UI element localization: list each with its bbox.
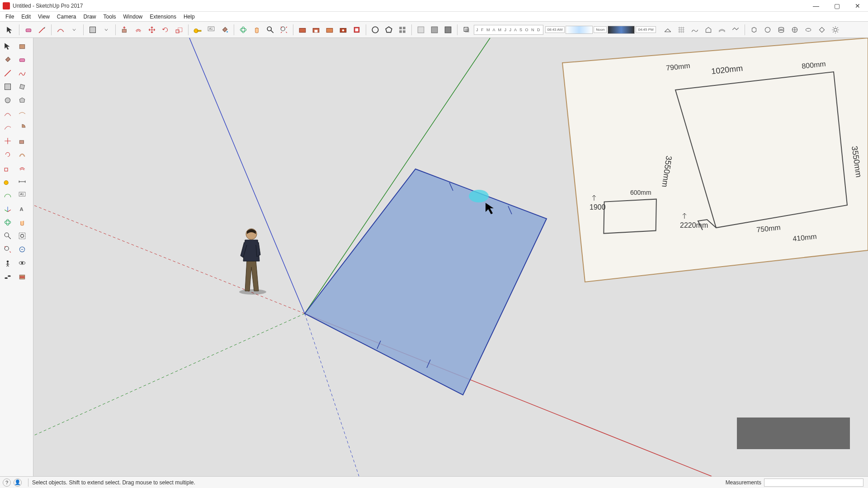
maximize-button[interactable]: ▢ — [826, 0, 847, 12]
eraser-icon[interactable] — [22, 23, 35, 36]
zoom-extents-icon[interactable] — [1, 243, 14, 256]
shadow-toggle-icon[interactable] — [460, 23, 473, 36]
close-button[interactable]: ✕ — [847, 0, 868, 12]
pushpull-icon[interactable] — [118, 23, 131, 36]
line-icon[interactable] — [1, 67, 14, 80]
tape-measure-icon[interactable] — [191, 23, 204, 36]
user-icon[interactable]: 👤 — [14, 479, 22, 487]
previous-icon[interactable] — [15, 243, 29, 256]
shape-dropdown-icon[interactable] — [100, 23, 113, 36]
section-plane-icon[interactable] — [15, 270, 29, 283]
sandbox-2-icon[interactable] — [675, 23, 688, 36]
month-strip[interactable]: J F M A M J J A S O N D — [474, 25, 543, 35]
scale-figure[interactable] — [239, 229, 266, 295]
time-gradient-dark[interactable] — [608, 26, 635, 34]
3pt-arc-icon[interactable] — [1, 121, 14, 134]
walk-icon[interactable] — [1, 270, 14, 283]
text-icon[interactable]: A1 — [15, 189, 29, 202]
menu-file[interactable]: File — [2, 13, 18, 21]
make-component-icon[interactable] — [15, 40, 29, 52]
menu-view[interactable]: View — [34, 13, 53, 21]
help-icon[interactable]: ? — [3, 479, 11, 487]
polygon-tool-icon[interactable] — [382, 23, 395, 36]
sandbox-4-icon[interactable] — [702, 23, 715, 36]
paint-bucket-icon[interactable] — [218, 23, 231, 36]
minimize-button[interactable]: — — [806, 0, 826, 12]
tape-icon[interactable] — [1, 175, 14, 188]
dimension-icon[interactable] — [15, 175, 29, 188]
paint-bucket-icon[interactable] — [1, 53, 14, 66]
sandbox-6-icon[interactable] — [729, 23, 742, 36]
select-arrow-icon[interactable] — [4, 23, 16, 36]
warehouse-3-icon[interactable] — [323, 23, 336, 36]
circle-tool-icon[interactable] — [369, 23, 382, 36]
pan-icon[interactable] — [250, 23, 263, 36]
look-around-icon[interactable] — [15, 257, 29, 269]
measurements-input[interactable] — [764, 479, 863, 487]
extension-warehouse-icon[interactable] — [337, 23, 349, 36]
offset-icon[interactable] — [15, 162, 29, 174]
menu-edit[interactable]: Edit — [18, 13, 34, 21]
select-icon[interactable] — [1, 40, 14, 52]
text-icon[interactable]: A1 — [205, 23, 217, 36]
menu-camera[interactable]: Camera — [53, 13, 80, 21]
pan-icon[interactable] — [15, 216, 29, 229]
style-wire-icon[interactable] — [428, 23, 441, 36]
viewport-canvas[interactable]: 1020mm 790mm 800mm 3550mm 3550mm 750mm 4… — [33, 38, 868, 476]
solid-4-icon[interactable] — [788, 23, 801, 36]
solid-2-icon[interactable] — [761, 23, 774, 36]
selected-face[interactable] — [305, 169, 547, 395]
grid-1-icon[interactable] — [396, 23, 409, 36]
warehouse-1-icon[interactable] — [296, 23, 309, 36]
arc-dropdown-icon[interactable] — [68, 23, 80, 36]
style-mono-icon[interactable] — [442, 23, 454, 36]
style-hidden-icon[interactable] — [415, 23, 427, 36]
menu-tools[interactable]: Tools — [100, 13, 120, 21]
zoom-icon[interactable] — [264, 23, 277, 36]
sun-icon[interactable] — [829, 23, 842, 36]
polygon-icon[interactable] — [15, 94, 29, 107]
move-icon[interactable] — [1, 135, 14, 147]
orbit-icon[interactable] — [1, 216, 14, 229]
sandbox-3-icon[interactable] — [689, 23, 701, 36]
move-icon[interactable] — [146, 23, 158, 36]
offset-icon[interactable] — [132, 23, 145, 36]
menu-window[interactable]: Window — [120, 13, 146, 21]
orbit-icon[interactable] — [237, 23, 250, 36]
solid-6-icon[interactable] — [816, 23, 828, 36]
pie-icon[interactable] — [15, 121, 29, 134]
arc-icon[interactable] — [54, 23, 67, 36]
rectangle-icon[interactable] — [1, 80, 14, 93]
time-gradient-day[interactable] — [566, 26, 593, 34]
layout-icon[interactable] — [350, 23, 363, 36]
solid-1-icon[interactable] — [748, 23, 760, 36]
sandbox-1-icon[interactable] — [661, 23, 674, 36]
rectangle-icon[interactable] — [86, 23, 99, 36]
sandbox-5-icon[interactable] — [716, 23, 728, 36]
menu-help[interactable]: Help — [180, 13, 198, 21]
zoom-extents-icon[interactable] — [278, 23, 290, 36]
scale-icon[interactable] — [173, 23, 185, 36]
solid-5-icon[interactable] — [802, 23, 815, 36]
follow-me-icon[interactable] — [15, 148, 29, 161]
zoom-window-icon[interactable] — [15, 230, 29, 242]
2pt-arc-icon[interactable] — [15, 108, 29, 120]
zoom-icon[interactable] — [1, 230, 14, 242]
3d-text-icon[interactable]: A — [15, 202, 29, 215]
rotate-icon[interactable] — [1, 148, 14, 161]
axes-icon[interactable] — [1, 202, 14, 215]
scale-icon[interactable] — [1, 162, 14, 174]
solid-3-icon[interactable] — [775, 23, 788, 36]
rotated-rect-icon[interactable] — [15, 80, 29, 93]
circle-icon[interactable] — [1, 94, 14, 107]
reference-sketch-sheet[interactable]: 1020mm 790mm 800mm 3550mm 3550mm 750mm 4… — [562, 38, 868, 282]
protractor-icon[interactable] — [1, 189, 14, 202]
warehouse-2-icon[interactable] — [310, 23, 322, 36]
eraser-icon[interactable] — [15, 53, 29, 66]
rotate-icon[interactable] — [159, 23, 172, 36]
position-camera-icon[interactable] — [1, 257, 14, 269]
arc-icon[interactable] — [1, 108, 14, 120]
viewport[interactable]: 1020mm 790mm 800mm 3550mm 3550mm 750mm 4… — [33, 38, 868, 476]
menu-draw[interactable]: Draw — [80, 13, 100, 21]
line-icon[interactable] — [36, 23, 48, 36]
